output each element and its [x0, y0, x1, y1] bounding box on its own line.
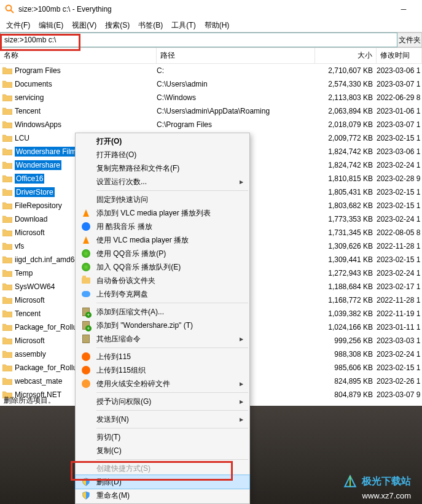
header-date[interactable]: 修改时间: [377, 48, 422, 63]
menu-item-label: 剪切(T): [96, 432, 120, 443]
vlc-icon: [80, 207, 92, 219]
cell-date: 2023-02-17 1: [377, 282, 422, 291]
svg-point-0: [6, 6, 12, 11]
115-icon: [80, 365, 92, 376]
table-row[interactable]: DocumentsC:\Users\admin2,574,330 KB2023-…: [0, 77, 422, 91]
folder-icon: [2, 160, 12, 170]
cell-date: 2022-11-28 1: [377, 242, 422, 250]
cell-size: 2,018,079 KB: [315, 120, 377, 129]
cell-name: Tencent: [15, 107, 157, 115]
cell-date: 2023-03-07 1: [377, 80, 422, 88]
header-name[interactable]: 名称: [0, 48, 157, 63]
menubar: 文件(F) 编辑(E) 视图(V) 搜索(S) 书签(B) 工具(T) 帮助(H…: [0, 18, 422, 32]
menu-item[interactable]: 固定到快速访问: [76, 193, 249, 206]
cell-size: 1,803,682 KB: [315, 201, 377, 210]
menu-item[interactable]: 使用火绒安全粉碎文件: [76, 377, 249, 390]
cell-path: C:\Windows: [157, 93, 315, 102]
cell-size: 985,606 KB: [315, 363, 377, 372]
menu-view[interactable]: 视图(V): [68, 19, 100, 32]
cell-date: 2023-02-24 1: [377, 269, 422, 277]
menu-tools[interactable]: 工具(T): [168, 19, 199, 32]
menu-item[interactable]: 发送到(N): [76, 413, 249, 426]
header-path[interactable]: 路径: [157, 48, 315, 63]
folder-icon: [2, 93, 12, 103]
table-row[interactable]: Program FilesC:2,710,607 KB2023-03-06 1: [0, 64, 422, 77]
cell-date: 2023-02-28 9: [377, 174, 422, 183]
menu-item[interactable]: 添加到 VLC media player 播放列表: [76, 206, 249, 220]
cloud-icon: [80, 289, 92, 300]
menu-item-label: 使用火绒安全粉碎文件: [96, 379, 170, 389]
header-size[interactable]: 大小: [315, 48, 377, 63]
svg-line-1: [11, 10, 14, 14]
menu-item[interactable]: 复制完整路径和文件名(F): [76, 161, 249, 175]
menu-item-label: 使用 VLC media player 播放: [96, 235, 189, 246]
cell-size: 2,574,330 KB: [315, 80, 377, 88]
menu-item-label: 复制完整路径和文件名(F): [96, 163, 179, 174]
menu-item[interactable]: 使用 QQ音乐 播放(P): [76, 247, 249, 260]
menu-help[interactable]: 帮助(H): [201, 19, 233, 32]
menu-item[interactable]: 其他压缩命令: [76, 332, 249, 346]
cell-date: 2023-02-15 1: [377, 363, 422, 372]
menu-separator: [96, 410, 248, 411]
cell-size: 1,824,742 KB: [315, 147, 377, 156]
folder-icon: [2, 336, 12, 346]
file-type-button[interactable]: 文件夹: [397, 33, 422, 47]
watermark-logo: 极光下载站: [342, 473, 411, 489]
menu-edit[interactable]: 编辑(E): [35, 19, 67, 32]
menu-item[interactable]: 上传到115: [76, 350, 249, 363]
menu-item[interactable]: 添加到 "Wondershare.zip" (T): [76, 319, 249, 332]
menu-search[interactable]: 搜索(S): [101, 19, 133, 32]
menu-item-label: 添加到 VLC media player 播放列表: [96, 208, 211, 219]
menu-separator: [96, 190, 248, 191]
menu-item[interactable]: 授予访问权限(G): [76, 395, 249, 408]
folder-icon: [2, 309, 12, 319]
cell-date: 2023-03-03 1: [377, 336, 422, 345]
cell-size: 988,308 KB: [315, 350, 377, 359]
minimize-button[interactable]: ─: [390, 1, 417, 18]
cell-date: 2023-02-15 1: [377, 201, 422, 210]
menu-item[interactable]: 剪切(T): [76, 430, 249, 444]
cell-path: C:: [157, 66, 315, 75]
zip-icon: [80, 333, 92, 344]
menu-item-label: 固定到快速访问: [96, 195, 148, 205]
cell-size: 804,879 KB: [315, 390, 377, 399]
cell-size: 1,039,382 KB: [315, 309, 377, 318]
menu-item-label: 授予访问权限(G): [96, 397, 151, 407]
menu-item[interactable]: 设置运行次数...: [76, 175, 249, 188]
cell-path: C:\Program Files: [157, 120, 315, 129]
menu-item[interactable]: 添加到压缩文件(A)...: [76, 305, 249, 319]
folder-icon: [80, 275, 92, 286]
table-row[interactable]: TencentC:\Users\admin\AppData\Roaming2,0…: [0, 104, 422, 118]
menu-file[interactable]: 文件(F): [2, 19, 34, 32]
menu-item[interactable]: 加入 QQ音乐 播放队列(E): [76, 260, 249, 274]
shield-icon: [80, 490, 92, 501]
menu-item[interactable]: 自动备份该文件夹: [76, 274, 249, 287]
menu-item[interactable]: 打开路径(O): [76, 148, 249, 161]
menu-item[interactable]: 打开(O): [76, 134, 249, 148]
menu-item-label: 打开路径(O): [96, 150, 136, 160]
menu-item[interactable]: 复制(C): [76, 444, 249, 457]
table-row[interactable]: WindowsAppsC:\Program Files2,018,079 KB2…: [0, 118, 422, 131]
menu-item-label: 上传到115组织: [96, 365, 146, 376]
menu-item[interactable]: 上传到夸克网盘: [76, 287, 249, 301]
table-row[interactable]: servicingC:\Windows2,113,803 KB2022-06-2…: [0, 91, 422, 104]
menu-item-label: 用 酷我音乐 播放: [96, 222, 152, 232]
menu-item-label: 其他压缩命令: [96, 334, 141, 344]
menu-bookmark[interactable]: 书签(B): [135, 19, 166, 32]
menu-separator: [96, 303, 248, 303]
search-input[interactable]: [0, 33, 397, 47]
folder-icon: [2, 133, 12, 143]
cell-size: 1,168,772 KB: [315, 296, 377, 304]
menu-item[interactable]: 用 酷我音乐 播放: [76, 220, 249, 233]
folder-icon: [2, 241, 12, 251]
cell-name: WindowsApps: [15, 120, 157, 129]
cell-size: 1,024,166 KB: [315, 323, 377, 331]
zip-add-icon: [80, 306, 92, 317]
menu-item[interactable]: 使用 VLC media player 播放: [76, 233, 249, 247]
menu-item[interactable]: 删除(D): [76, 475, 249, 489]
menu-item-label: 使用 QQ音乐 播放(P): [96, 249, 166, 259]
cell-size: 1,309,441 KB: [315, 255, 377, 264]
cell-size: 1,188,684 KB: [315, 282, 377, 291]
menu-item[interactable]: 上传到115组织: [76, 363, 249, 377]
menu-item[interactable]: 重命名(M): [76, 489, 249, 502]
